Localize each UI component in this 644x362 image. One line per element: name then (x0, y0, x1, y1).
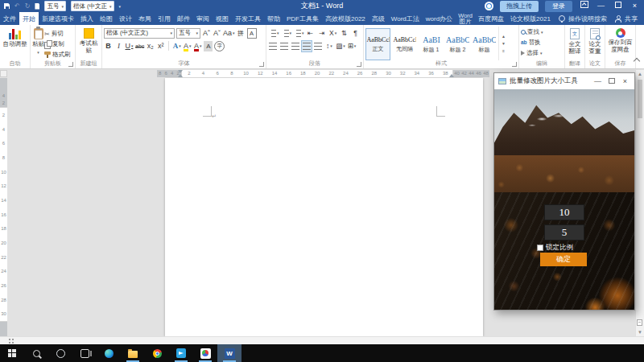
ribbon-tab[interactable]: Word图片 (456, 12, 475, 25)
autofit-button[interactable]: 自动调整 (2, 27, 28, 60)
subscript-icon[interactable]: x₂ (146, 41, 155, 51)
strikethrough-icon[interactable]: abc (135, 41, 144, 51)
vertical-scrollbar[interactable]: ▲ ▼ (635, 70, 644, 336)
ribbon-tab[interactable]: 开发工具 (232, 12, 264, 25)
restore-icon[interactable] (613, 1, 623, 11)
align-right-icon[interactable] (291, 41, 300, 51)
shrink-font-icon[interactable]: Aˇ (213, 28, 221, 39)
borders-icon[interactable]: ⊞▾ (347, 41, 357, 51)
ribbon-tab[interactable]: 开始 (19, 12, 39, 25)
phonetic-guide-icon[interactable]: 拼 (237, 28, 246, 39)
style-card[interactable]: AaBbC 标题 (472, 28, 497, 60)
font-name-select[interactable]: 楷体 (中文正文)▾ (104, 28, 175, 39)
hanging-indent-marker[interactable] (178, 72, 183, 77)
ribbon-display-options-icon[interactable] (579, 1, 589, 11)
save-icon[interactable] (4, 3, 10, 9)
ribbon-tab[interactable]: 邮件 (174, 12, 193, 25)
ribbon-tab[interactable]: 审阅 (193, 12, 213, 25)
ribbon-tab[interactable]: 高级 (369, 12, 388, 25)
replace-button[interactable]: ab替换 (521, 37, 563, 47)
shading-icon[interactable]: ▨▾ (336, 41, 345, 51)
ribbon-tab[interactable]: 论文模版2021 (507, 12, 552, 25)
exam-paste-button[interactable]: 考试粘贴 (77, 27, 100, 60)
new-document-icon[interactable] (35, 3, 39, 10)
save-to-netdisk-button[interactable]: 保存到百度网盘 (607, 27, 634, 60)
find-button[interactable]: 查找▾ (521, 27, 563, 37)
dialog-title-bar[interactable]: 批量修改图片大小工具 — × (494, 73, 634, 89)
show-marks-icon[interactable]: ¶ (351, 28, 361, 39)
status-grid-icon[interactable] (9, 339, 14, 343)
ribbon-tab[interactable]: 视图 (213, 12, 232, 25)
ribbon-tab[interactable]: 新建选项卡 (39, 12, 77, 25)
scroll-up-icon[interactable]: ▲ (636, 71, 644, 77)
scroll-down-icon[interactable]: ▼ (636, 329, 644, 335)
tell-me-search[interactable]: 操作说明搜索 (559, 14, 607, 23)
scrollbar-thumb[interactable] (638, 80, 642, 118)
styles-scroll-down-icon[interactable]: ▼ (502, 41, 506, 46)
redo-icon[interactable]: ↻ (25, 3, 31, 10)
qat-font-size-select[interactable]: 五号▾ (44, 1, 66, 11)
qat-font-name-select[interactable]: 楷体 (中文正▾ (71, 1, 114, 11)
ok-button[interactable]: 确定 (540, 253, 587, 266)
taskbar-item[interactable] (0, 344, 24, 362)
cut-button[interactable]: ✂剪切 (44, 29, 71, 39)
thesis-check-button[interactable]: 论文查重 (587, 27, 603, 60)
style-card[interactable]: ↵AaBbCcD 正文 (365, 28, 390, 60)
ribbon-tab[interactable]: 布局 (135, 12, 155, 25)
grow-font-icon[interactable]: Aˆ (202, 28, 211, 39)
decrease-indent-icon[interactable]: ⇤ (306, 28, 316, 39)
change-case-icon[interactable]: Aa▾ (223, 28, 235, 39)
taskbar-item[interactable] (145, 344, 169, 362)
text-highlight-icon[interactable]: A▾ (183, 41, 192, 51)
width-input[interactable] (544, 204, 584, 220)
align-left-icon[interactable] (268, 41, 278, 51)
ribbon-tab[interactable]: 百度网盘 (475, 12, 507, 25)
ribbon-tab[interactable]: 插入 (77, 12, 97, 25)
bullets-icon[interactable]: ▾ (268, 28, 279, 39)
ribbon-tab[interactable]: 绘图 (97, 12, 116, 25)
multilevel-list-icon[interactable]: ▾ (293, 28, 304, 39)
taskbar-item[interactable] (169, 344, 193, 362)
align-center-icon[interactable] (279, 41, 289, 51)
enclose-characters-icon[interactable]: 字 (214, 41, 225, 51)
vertical-ruler[interactable]: 42 24681012141618202224262830 (0, 78, 7, 336)
font-size-select[interactable]: 五号▾ (176, 28, 200, 39)
ribbon-tab[interactable]: 帮助 (264, 12, 283, 25)
minimize-icon[interactable]: — (596, 1, 606, 11)
taskbar-item[interactable] (121, 344, 145, 362)
text-effects-icon[interactable]: A▾ (172, 41, 181, 51)
ribbon-tab[interactable]: word办公 (423, 12, 456, 25)
style-card[interactable]: ↵AaBbCcD 无间隔 (392, 28, 417, 60)
line-spacing-icon[interactable]: ↕▾ (324, 41, 334, 51)
ribbon-tab[interactable]: 文件 (0, 12, 19, 25)
lock-ratio-checkbox[interactable]: 锁定比例 (537, 243, 573, 253)
distribute-icon[interactable] (313, 41, 323, 51)
ribbon-tab[interactable]: Word工法 (388, 12, 423, 25)
dialog-minimize-icon[interactable]: — (592, 77, 603, 85)
styles-scroll-up-icon[interactable]: ▲ (502, 34, 506, 39)
superscript-icon[interactable]: x² (156, 41, 165, 51)
asian-layout-icon[interactable]: X▾ (328, 28, 338, 39)
close-icon[interactable]: × (630, 1, 640, 11)
font-color-icon[interactable]: A▾ (193, 41, 202, 51)
style-card[interactable]: AaBbC 标题 2 (445, 28, 470, 60)
share-button[interactable]: 共享 (615, 14, 638, 23)
ribbon-tab[interactable]: 设计 (116, 12, 135, 25)
taskbar-item[interactable] (97, 344, 121, 362)
justify-icon[interactable] (302, 41, 312, 51)
dialog-maximize-icon[interactable] (606, 77, 617, 85)
drag-upload-button[interactable]: 拖拽上传 (500, 1, 539, 12)
ribbon-tab[interactable]: 引用 (155, 12, 174, 25)
styles-more-icon[interactable]: ≡ (502, 48, 505, 53)
copy-button[interactable]: 复制 (44, 39, 71, 49)
login-button[interactable]: 登录 (545, 1, 572, 12)
qat-customize-icon[interactable]: ▾ (119, 4, 122, 9)
height-input[interactable] (544, 224, 584, 241)
document-page[interactable]: ↵ (165, 78, 483, 336)
ribbon-tab[interactable]: PDF工具集 (283, 12, 322, 25)
underline-icon[interactable]: U▾ (125, 41, 134, 51)
tab-selector-box[interactable] (0, 70, 7, 77)
sort-icon[interactable]: ⇅ (340, 28, 349, 39)
increase-indent-icon[interactable]: ⇥ (317, 28, 327, 39)
taskbar-item[interactable] (24, 344, 48, 362)
